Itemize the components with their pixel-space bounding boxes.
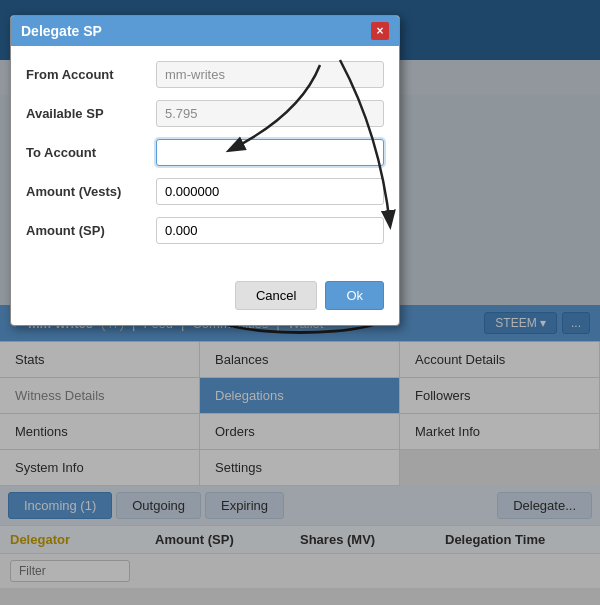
modal-header: Delegate SP × bbox=[11, 16, 399, 46]
available-sp-input bbox=[156, 100, 384, 127]
from-account-row: From Account bbox=[26, 61, 384, 88]
modal-title: Delegate SP bbox=[21, 23, 102, 39]
to-account-row: To Account bbox=[26, 139, 384, 166]
available-sp-label: Available SP bbox=[26, 106, 156, 121]
ok-button[interactable]: Ok bbox=[325, 281, 384, 310]
amount-vests-row: Amount (Vests) bbox=[26, 178, 384, 205]
amount-sp-input[interactable] bbox=[156, 217, 384, 244]
amount-vests-label: Amount (Vests) bbox=[26, 184, 156, 199]
modal-body: From Account Available SP To Account Amo… bbox=[11, 46, 399, 271]
to-account-label: To Account bbox=[26, 145, 156, 160]
amount-vests-input[interactable] bbox=[156, 178, 384, 205]
modal-footer: Cancel Ok bbox=[11, 271, 399, 325]
delegate-sp-modal: Delegate SP × From Account Available SP … bbox=[10, 15, 400, 326]
amount-sp-label: Amount (SP) bbox=[26, 223, 156, 238]
from-account-input bbox=[156, 61, 384, 88]
modal-overlay: Delegate SP × From Account Available SP … bbox=[0, 0, 600, 605]
to-account-input[interactable] bbox=[156, 139, 384, 166]
modal-close-button[interactable]: × bbox=[371, 22, 389, 40]
available-sp-row: Available SP bbox=[26, 100, 384, 127]
from-account-label: From Account bbox=[26, 67, 156, 82]
cancel-button[interactable]: Cancel bbox=[235, 281, 317, 310]
amount-sp-row: Amount (SP) bbox=[26, 217, 384, 244]
